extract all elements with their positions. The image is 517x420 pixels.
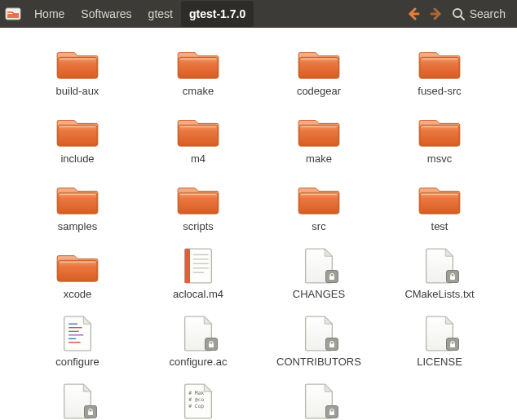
file-item[interactable]: CONTRIBUTORS xyxy=(263,313,375,369)
folder-icon xyxy=(296,179,342,217)
folder-item[interactable]: test xyxy=(383,178,496,234)
folder-icon xyxy=(55,112,100,149)
file-manager-icon xyxy=(5,6,21,22)
folder-item[interactable]: include xyxy=(21,110,134,166)
folder-item[interactable]: build-aux xyxy=(21,42,134,99)
lock-icon xyxy=(325,338,338,351)
lock-icon xyxy=(84,405,97,418)
item-label: xcode xyxy=(64,288,92,300)
breadcrumb-segment[interactable]: gtest xyxy=(140,1,181,27)
lock-icon xyxy=(325,270,338,283)
folder-item[interactable]: codegear xyxy=(263,42,375,99)
item-label: fused-src xyxy=(418,85,461,97)
folder-icon xyxy=(175,44,221,82)
breadcrumb-segment[interactable]: gtest-1.7.0 xyxy=(181,1,254,27)
search-icon xyxy=(452,7,465,20)
file-item[interactable]: README xyxy=(263,381,375,420)
file-item[interactable]: CMakeLists.txt xyxy=(383,245,496,302)
file-icon xyxy=(55,315,100,352)
folder-icon xyxy=(417,112,462,149)
file-icon xyxy=(296,382,342,420)
search-button[interactable]: Search xyxy=(452,7,506,20)
item-label: m4 xyxy=(191,153,205,165)
item-label: src xyxy=(312,220,325,232)
item-label: CONTRIBUTORS xyxy=(276,356,361,368)
nav-forward-button[interactable] xyxy=(429,7,444,21)
lock-icon xyxy=(446,270,459,283)
file-icon xyxy=(417,247,462,285)
folder-item[interactable]: src xyxy=(263,178,375,234)
breadcrumb: HomeSoftwaresgtestgtest-1.7.0 xyxy=(26,1,404,27)
item-label: LICENSE xyxy=(417,356,462,368)
folder-icon xyxy=(175,179,221,217)
file-icon xyxy=(296,315,342,352)
svg-line-24 xyxy=(461,16,464,20)
folder-icon xyxy=(55,179,100,217)
item-label: make xyxy=(306,153,332,165)
file-icon xyxy=(417,315,462,352)
file-icon xyxy=(296,247,342,285)
item-label: cmake xyxy=(183,85,214,97)
folder-icon xyxy=(417,44,462,82)
folder-item[interactable]: cmake xyxy=(142,42,254,99)
file-grid: build-auxcmakecodegearfused-srcincludem4… xyxy=(0,28,517,420)
folder-icon xyxy=(175,112,221,149)
folder-icon xyxy=(296,44,342,82)
breadcrumb-segment[interactable]: Softwares xyxy=(73,1,139,27)
item-label: CHANGES xyxy=(293,288,345,300)
folder-item[interactable]: xcode xyxy=(21,245,134,302)
item-label: aclocal.m4 xyxy=(173,288,223,300)
item-label: msvc xyxy=(427,153,452,165)
file-item[interactable]: aclocal.m4 xyxy=(142,245,254,302)
item-label: codegear xyxy=(297,85,341,97)
file-icon xyxy=(175,247,221,285)
folder-item[interactable]: m4 xyxy=(142,110,254,166)
item-label: include xyxy=(60,153,94,165)
file-icon xyxy=(175,315,221,352)
breadcrumb-segment[interactable]: Home xyxy=(26,1,73,27)
lock-icon xyxy=(446,338,459,351)
toolbar: HomeSoftwaresgtestgtest-1.7.0 Search xyxy=(0,0,517,28)
folder-item[interactable]: scripts xyxy=(142,178,254,234)
folder-item[interactable]: fused-src xyxy=(383,42,496,99)
folder-icon xyxy=(296,112,342,149)
folder-icon xyxy=(55,247,100,285)
folder-icon xyxy=(55,44,100,82)
search-label: Search xyxy=(470,7,506,20)
item-label: scripts xyxy=(183,220,214,232)
nav-back-button[interactable] xyxy=(406,7,421,21)
folder-item[interactable]: samples xyxy=(21,178,134,234)
file-item[interactable]: configure xyxy=(21,313,134,369)
item-label: test xyxy=(431,220,449,232)
file-item[interactable]: configure.ac xyxy=(142,313,254,369)
file-item[interactable]: CHANGES xyxy=(263,245,375,302)
item-label: build-aux xyxy=(56,85,99,97)
item-label: samples xyxy=(58,220,97,232)
file-icon xyxy=(175,382,221,420)
item-label: configure.ac xyxy=(170,356,228,368)
file-item[interactable]: Makefile.am xyxy=(21,381,134,420)
folder-item[interactable]: make xyxy=(263,110,375,166)
lock-icon xyxy=(325,405,338,418)
file-icon xyxy=(55,382,100,420)
file-item[interactable]: Makefile.in xyxy=(142,381,254,420)
item-label: CMakeLists.txt xyxy=(404,288,474,300)
lock-icon xyxy=(205,338,218,351)
folder-icon xyxy=(417,179,462,217)
file-item[interactable]: LICENSE xyxy=(383,313,496,369)
folder-item[interactable]: msvc xyxy=(383,110,496,166)
item-label: configure xyxy=(55,356,99,368)
